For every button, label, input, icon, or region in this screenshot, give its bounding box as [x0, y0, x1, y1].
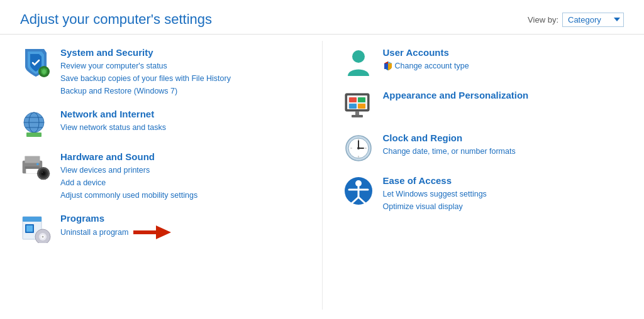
svg-rect-8	[25, 156, 40, 163]
ease-link-2[interactable]: Optimize visual display	[383, 200, 625, 213]
system-security-link-1[interactable]: Review your computer's status	[60, 60, 302, 72]
svg-rect-6	[26, 132, 42, 137]
left-column: System and Security Review your computer…	[0, 41, 323, 310]
ease-icon	[343, 175, 374, 207]
svg-rect-33	[358, 104, 365, 109]
programs-link-1[interactable]: Uninstall a program	[60, 225, 171, 239]
category-user-accounts: User Accounts	[343, 47, 625, 78]
category-hardware: Hardware and Sound View devices and prin…	[20, 151, 302, 202]
svg-rect-10	[25, 166, 40, 169]
svg-rect-18	[23, 217, 42, 222]
hardware-link-2[interactable]: Add a device	[60, 176, 302, 189]
system-security-link-2[interactable]: Save backup copies of your files with Fi…	[60, 72, 302, 85]
view-by-dropdown[interactable]: Category Large icons Small icons	[562, 13, 624, 27]
user-accounts-text: User Accounts	[383, 47, 625, 73]
ease-svg	[343, 176, 374, 206]
clock-svg	[343, 133, 374, 163]
page-title: Adjust your computer's settings	[20, 11, 212, 28]
category-programs: Programs Uninstall a program	[20, 213, 302, 244]
system-security-text: System and Security Review your computer…	[60, 47, 302, 97]
programs-title[interactable]: Programs	[60, 213, 302, 224]
svg-rect-30	[349, 97, 357, 102]
system-security-svg	[20, 48, 52, 78]
view-by-label: View by:	[528, 15, 558, 24]
category-ease: Ease of Access Let Windows suggest setti…	[343, 175, 625, 213]
ease-text: Ease of Access Let Windows suggest setti…	[383, 175, 625, 213]
network-text: Network and Internet View network status…	[60, 109, 302, 134]
appearance-text: Appearance and Personalization	[383, 90, 625, 102]
clock-icon	[343, 132, 374, 164]
svg-rect-34	[355, 111, 359, 116]
svg-rect-32	[349, 104, 357, 109]
network-svg	[20, 110, 52, 139]
svg-marker-25	[133, 225, 171, 239]
ease-link-1[interactable]: Let Windows suggest settings	[383, 188, 625, 200]
category-system-security: System and Security Review your computer…	[20, 47, 302, 97]
category-clock: Clock and Region Change date, time, or n…	[343, 132, 625, 164]
svg-point-16	[42, 171, 43, 173]
programs-svg	[20, 214, 52, 243]
category-network: Network and Internet View network status…	[20, 109, 302, 140]
ease-title[interactable]: Ease of Access	[383, 175, 625, 186]
user-accounts-icon	[343, 47, 374, 78]
appearance-svg	[343, 91, 374, 120]
uac-shield-icon	[383, 61, 393, 71]
svg-rect-9	[26, 169, 38, 173]
user-accounts-link-1[interactable]: Change account type	[383, 60, 469, 72]
hardware-link-1[interactable]: View devices and printers	[60, 164, 302, 176]
category-appearance: Appearance and Personalization	[343, 90, 625, 121]
hardware-svg	[20, 153, 52, 181]
main-content: System and Security Review your computer…	[0, 35, 644, 316]
svg-rect-20	[26, 225, 33, 232]
programs-text: Programs Uninstall a program	[60, 213, 302, 239]
clock-title[interactable]: Clock and Region	[383, 132, 625, 143]
svg-point-26	[352, 50, 365, 63]
hardware-title[interactable]: Hardware and Sound	[60, 151, 302, 162]
red-arrow-icon	[133, 225, 171, 239]
view-by-container: View by: Category Large icons Small icon…	[528, 13, 624, 27]
svg-point-40	[357, 147, 360, 149]
network-icon	[20, 109, 52, 140]
appearance-icon	[343, 90, 374, 121]
network-link-1[interactable]: View network status and tasks	[60, 121, 302, 134]
svg-rect-31	[358, 97, 365, 102]
user-accounts-svg	[343, 47, 374, 78]
network-title[interactable]: Network and Internet	[60, 109, 302, 119]
right-column: User Accounts	[323, 41, 645, 310]
clock-text: Clock and Region Change date, time, or n…	[383, 132, 625, 158]
svg-point-11	[36, 163, 39, 166]
clock-link-1[interactable]: Change date, time, or number formats	[383, 145, 625, 158]
svg-point-24	[42, 236, 44, 238]
programs-icon	[20, 213, 52, 244]
hardware-link-3[interactable]: Adjust commonly used mobility settings	[60, 189, 302, 202]
user-accounts-title[interactable]: User Accounts	[383, 47, 625, 58]
header: Adjust your computer's settings View by:…	[0, 0, 644, 35]
system-security-title[interactable]: System and Security	[60, 47, 302, 58]
svg-rect-35	[352, 115, 363, 117]
system-security-link-3[interactable]: Backup and Restore (Windows 7)	[60, 85, 302, 97]
hardware-text: Hardware and Sound View devices and prin…	[60, 151, 302, 202]
hardware-icon	[20, 151, 52, 183]
appearance-title[interactable]: Appearance and Personalization	[383, 90, 625, 100]
system-security-icon	[20, 47, 52, 78]
